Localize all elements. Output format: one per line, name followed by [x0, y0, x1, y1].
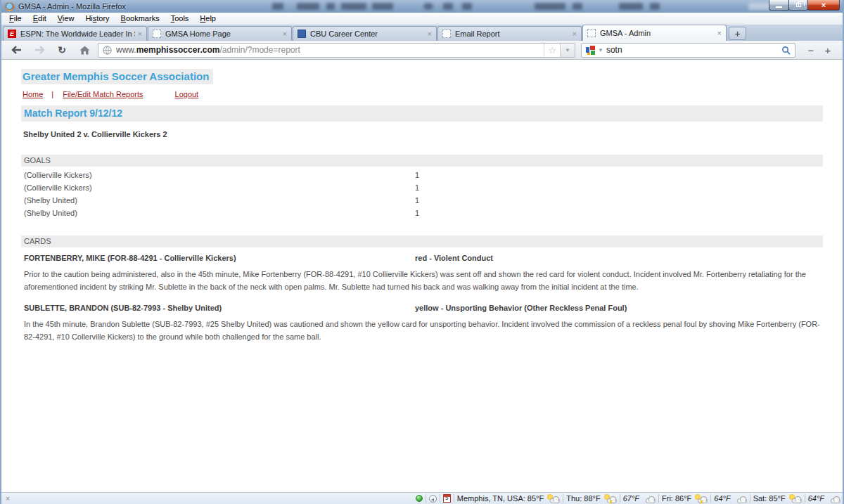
tab-close-icon[interactable]: ×: [570, 30, 577, 38]
new-tab-button[interactable]: +: [729, 27, 746, 40]
tab-cbu-career[interactable]: CBU Career Center ×: [293, 26, 437, 41]
forecast-sat-high[interactable]: Sat: 85°F: [753, 494, 802, 503]
title-bar: GMSA - Admin - Mozilla Firefox ×: [1, 0, 843, 13]
weather-current-label: Memphis, TN, USA: 85°F: [457, 494, 544, 503]
url-history-dropdown-button[interactable]: ▼: [560, 44, 575, 57]
search-engine-dropdown-icon[interactable]: ▼: [598, 47, 603, 53]
card-player: SUBLETTE, BRANDON (SUB-82-7993 - Shelby …: [24, 304, 415, 312]
weather-current[interactable]: Memphis, TN, USA: 85°F: [457, 494, 560, 503]
tab-espn[interactable]: E ESPN: The Worldwide Leader In Sports ×: [3, 26, 147, 41]
goal-row: (Shelby United) 1: [21, 205, 823, 217]
star-icon: ☆: [544, 45, 560, 56]
espn-favicon-icon: E: [8, 30, 16, 38]
zoom-in-button[interactable]: +: [819, 44, 836, 56]
minimize-button[interactable]: [769, 0, 789, 11]
menu-bookmarks[interactable]: Bookmarks: [115, 13, 165, 24]
back-arrow-icon: [11, 46, 23, 54]
status-bar: × 5 Memphis, TN, USA: 85°F Thu: 88°F 67°…: [1, 492, 843, 504]
forecast-label: 64°F: [714, 494, 730, 503]
menu-edit[interactable]: Edit: [27, 13, 52, 24]
card-entry: FORTENBERRY, MIKE (FOR-88-4291 - Collier…: [21, 254, 823, 293]
menu-tools[interactable]: Tools: [165, 13, 195, 24]
addon-bar-close-button[interactable]: ×: [6, 495, 10, 503]
home-link[interactable]: Home: [23, 90, 43, 98]
search-input[interactable]: sotn: [606, 45, 781, 55]
file-edit-match-reports-link[interactable]: File/Edit Match Reports: [63, 90, 143, 98]
background-window-bleed: [326, 3, 335, 10]
background-window-bleed: [341, 3, 366, 10]
url-path: /admin/?mode=report: [219, 45, 300, 55]
cloudy-icon: [827, 494, 840, 503]
menu-history[interactable]: History: [79, 13, 115, 24]
forecast-fri-high[interactable]: Fri: 86°F: [662, 494, 708, 503]
forecast-sat-low[interactable]: 64°F: [808, 494, 840, 503]
search-bar[interactable]: ▼ sotn: [581, 43, 795, 58]
menu-file[interactable]: File: [4, 13, 27, 24]
logout-link[interactable]: Logout: [175, 90, 199, 98]
tab-close-icon[interactable]: ×: [425, 30, 432, 38]
match-summary: Shelby United 2 v. Collierville Kickers …: [21, 130, 823, 138]
forward-button[interactable]: [30, 46, 49, 54]
forward-arrow-icon: [34, 46, 45, 54]
zoom-out-button[interactable]: −: [803, 44, 819, 56]
firefox-window: GMSA - Admin - Mozilla Firefox × File Ed…: [0, 0, 844, 504]
firefox-logo-icon[interactable]: [5, 2, 14, 11]
tab-close-icon[interactable]: ×: [280, 30, 287, 38]
url-text[interactable]: www.memphissoccer.com/admin/?mode=report: [116, 45, 544, 55]
tab-title: GMSA Home Page: [165, 30, 280, 38]
tab-close-icon[interactable]: ×: [135, 30, 142, 38]
bookmark-star-button[interactable]: ☆: [544, 44, 560, 57]
site-navigation: Home | File/Edit Match Reports Logout: [21, 90, 823, 98]
tab-email-report[interactable]: Email Report ×: [437, 26, 582, 41]
card-entry-header: SUBLETTE, BRANDON (SUB-82-7993 - Shelby …: [21, 304, 823, 312]
background-window-bleed: [462, 3, 472, 10]
report-title: Match Report 9/12/12: [21, 105, 823, 122]
calendar-icon[interactable]: 5: [443, 494, 451, 503]
goals-section-header: GOALS: [21, 155, 823, 167]
background-window-bleed: [443, 3, 453, 10]
home-button[interactable]: [75, 46, 94, 55]
close-icon: ×: [821, 1, 826, 9]
reload-button[interactable]: ↻: [53, 44, 71, 56]
minimize-icon: [776, 6, 782, 8]
forecast-label: Thu: 88°F: [566, 494, 600, 503]
partly-cloudy-icon: [546, 494, 560, 503]
home-icon: [79, 46, 90, 55]
goal-value: 1: [415, 209, 419, 217]
tab-gmsa-admin-active[interactable]: GMSA - Admin ×: [582, 25, 727, 41]
forecast-thu-low[interactable]: 67°F: [623, 494, 656, 503]
thunderstorm-icon: [603, 494, 617, 503]
tab-title: CBU Career Center: [310, 30, 425, 38]
menu-view[interactable]: View: [52, 13, 80, 24]
nav-separator: |: [51, 90, 53, 98]
tab-gmsa-home[interactable]: GMSA Home Page ×: [148, 26, 292, 41]
site-title: Greater Memphis Soccer Association: [21, 69, 213, 84]
card-type: red - Violent Conduct: [415, 254, 493, 262]
card-type: yellow - Unsporting Behavior (Other Reck…: [415, 304, 627, 312]
goal-row: (Shelby United) 1: [21, 192, 823, 205]
globe-icon: [103, 46, 112, 55]
card-entry-header: FORTENBERRY, MIKE (FOR-88-4291 - Collier…: [21, 254, 823, 262]
close-button[interactable]: ×: [807, 0, 840, 11]
reload-icon: ↻: [58, 44, 66, 56]
background-window-bleed: [619, 3, 643, 10]
placeholder-favicon-icon: [587, 29, 596, 37]
menu-help[interactable]: Help: [194, 13, 222, 24]
search-magnifier-icon[interactable]: [781, 46, 791, 55]
tab-close-icon[interactable]: ×: [715, 29, 722, 37]
history-clock-icon[interactable]: [429, 495, 437, 503]
forecast-fri-low[interactable]: 64°F: [714, 494, 746, 503]
google-engine-icon[interactable]: [586, 46, 595, 55]
forecast-thu-high[interactable]: Thu: 88°F: [566, 494, 616, 503]
cbu-favicon-icon: [298, 30, 306, 38]
restore-button[interactable]: [788, 0, 808, 11]
placeholder-favicon-icon: [442, 30, 451, 38]
tab-title: ESPN: The Worldwide Leader In Sports: [20, 30, 135, 38]
cards-section-header: CARDS: [21, 235, 823, 247]
forecast-label: 67°F: [623, 494, 639, 503]
goal-row: (Collierville Kickers) 1: [21, 179, 823, 192]
address-bar[interactable]: www.memphissoccer.com/admin/?mode=report…: [98, 43, 575, 58]
back-button[interactable]: [8, 46, 26, 54]
status-green-icon[interactable]: [416, 495, 423, 502]
thunderstorm-icon: [694, 494, 708, 503]
